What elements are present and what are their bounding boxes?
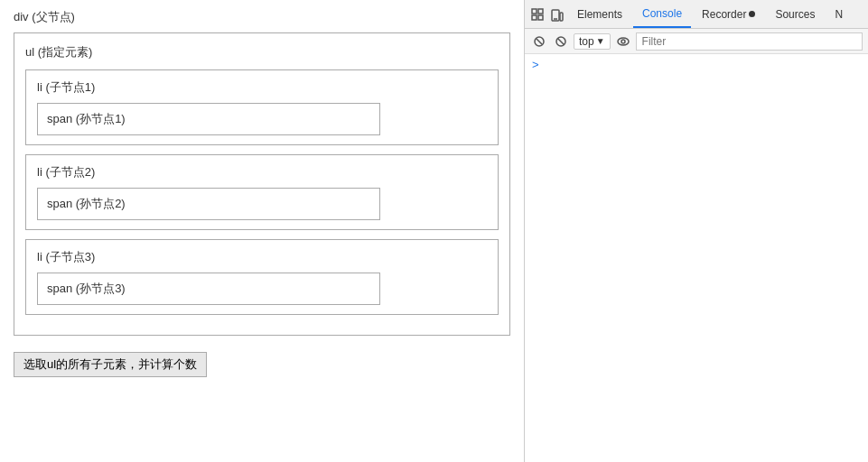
ul-box: ul (指定元素) li (子节点1) span (孙节点1) li (子节点2… (14, 32, 510, 336)
ul-label: ul (指定元素) (25, 44, 499, 60)
span3-label: span (孙节点3) (47, 282, 126, 295)
span2-label: span (孙节点2) (47, 197, 126, 210)
inspect-element-icon[interactable] (528, 5, 546, 23)
console-prompt-arrow[interactable]: > (532, 58, 539, 71)
devtools-panel: Elements Console Recorder Sources N top … (524, 0, 868, 462)
span1-box: span (孙节点1) (37, 103, 380, 135)
recorder-dot (749, 11, 755, 17)
filter-input[interactable] (636, 32, 863, 51)
li1-label: li (子节点1) (37, 79, 487, 96)
div-parent-label: div (父节点) (14, 9, 510, 25)
block-icon[interactable] (552, 32, 570, 51)
li-box-3: li (子节点3) span (孙节点3) (25, 239, 499, 315)
left-panel: div (父节点) ul (指定元素) li (子节点1) span (孙节点1… (0, 0, 524, 462)
eye-icon[interactable] (614, 32, 632, 51)
console-output: > (525, 54, 868, 462)
select-children-button[interactable]: 选取ul的所有子元素，并计算个数 (14, 352, 207, 377)
svg-line-10 (558, 38, 565, 44)
tab-console[interactable]: Console (633, 0, 691, 28)
tab-elements[interactable]: Elements (568, 0, 631, 28)
li-box-1: li (子节点1) span (孙节点1) (25, 69, 499, 145)
li-box-2: li (子节点2) span (孙节点2) (25, 154, 499, 230)
devtools-tabs-bar: Elements Console Recorder Sources N (525, 0, 868, 29)
tab-more[interactable]: N (826, 0, 852, 28)
li3-label: li (子节点3) (37, 249, 487, 265)
svg-rect-3 (538, 15, 543, 20)
svg-point-11 (618, 38, 629, 45)
svg-rect-2 (532, 15, 537, 20)
context-selector[interactable]: top ▼ (574, 33, 611, 50)
svg-point-12 (621, 40, 625, 43)
clear-console-icon[interactable] (530, 32, 548, 51)
context-dropdown-icon: ▼ (596, 36, 605, 46)
span1-label: span (孙节点1) (47, 112, 126, 125)
li2-label: li (子节点2) (37, 164, 487, 180)
tab-recorder[interactable]: Recorder (693, 0, 764, 28)
device-toolbar-icon[interactable] (548, 5, 566, 23)
console-toolbar: top ▼ (525, 29, 868, 54)
span2-box: span (孙节点2) (37, 188, 380, 220)
context-value: top (579, 35, 594, 48)
svg-rect-5 (560, 13, 563, 21)
svg-rect-0 (532, 9, 537, 14)
span3-box: span (孙节点3) (37, 273, 380, 305)
svg-rect-1 (538, 9, 543, 14)
svg-line-8 (537, 39, 542, 44)
tab-sources[interactable]: Sources (766, 0, 824, 28)
